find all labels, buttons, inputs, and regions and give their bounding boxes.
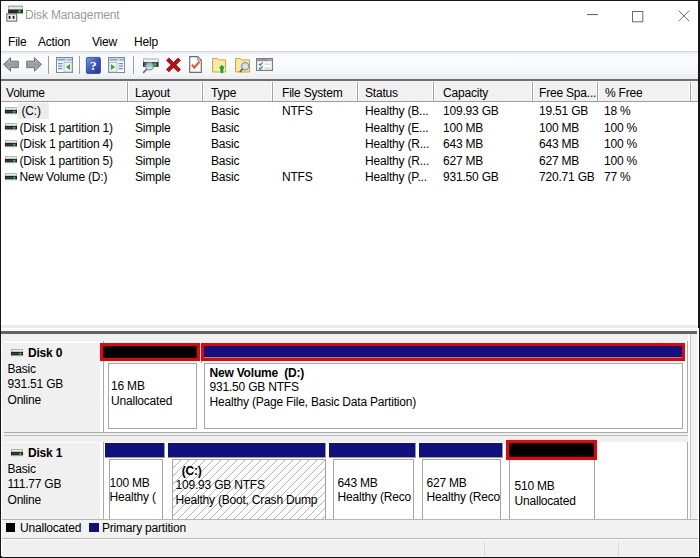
svg-text:?: ? [90,58,97,73]
